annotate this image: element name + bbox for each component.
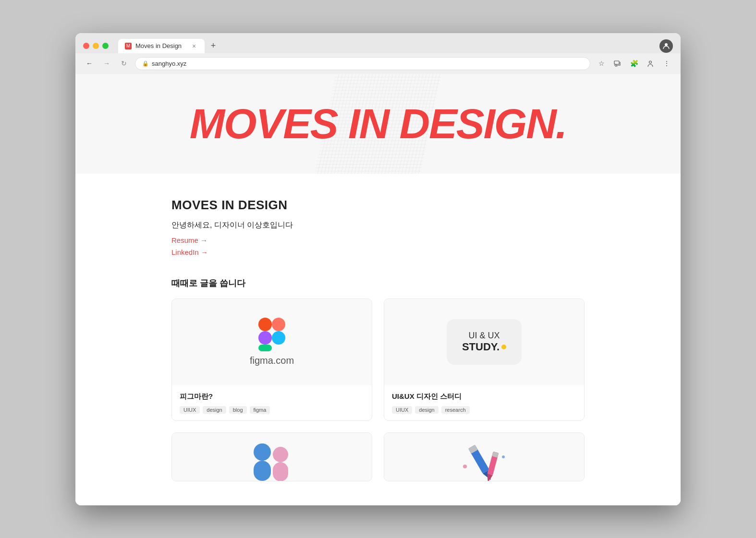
lock-icon: 🔒 (142, 60, 149, 67)
svg-rect-9 (254, 461, 271, 481)
address-bar[interactable]: 🔒 sanghyo.xyz (135, 57, 590, 70)
profile-button[interactable] (644, 57, 657, 70)
svg-rect-3 (258, 318, 272, 331)
section-title: MOVES IN DESIGN (171, 198, 585, 213)
tag-design: design (203, 406, 226, 414)
active-tab[interactable]: M Moves in Design × (118, 39, 205, 53)
card-uiux-tags: UIUX design research (392, 406, 576, 414)
resume-link-label: Resume → (171, 236, 207, 244)
back-icon: ← (86, 60, 93, 67)
tag-research: research (441, 406, 470, 414)
card-uiux-image: UI & UX STUDY. (384, 299, 584, 385)
tag-uiux-2: UIUX (392, 406, 412, 414)
svg-point-19 (502, 455, 505, 458)
forward-icon: → (103, 60, 110, 67)
card-partial-2[interactable] (384, 432, 585, 481)
cards-grid: figma.com 피그마란? UIUX design blog figma (171, 299, 585, 481)
svg-rect-1 (614, 61, 619, 64)
card-figma-tags: UIUX design blog figma (180, 406, 364, 414)
svg-point-8 (254, 443, 271, 461)
uiux-line1: UI & UX (462, 331, 506, 341)
svg-point-0 (665, 43, 668, 46)
resume-link[interactable]: Resume → (171, 236, 207, 244)
card-uiux-title: UI&UX 디자인 스터디 (392, 392, 576, 401)
tag-design-2: design (415, 406, 438, 414)
tab-favicon: M (125, 43, 132, 49)
svg-point-10 (273, 447, 288, 462)
tab-close-button[interactable]: × (190, 42, 198, 50)
card-partial-1[interactable] (171, 432, 372, 481)
tab-title: Moves in Design (135, 42, 182, 49)
intro-text: 안녕하세요, 디자이너 이상호입니다 (171, 220, 585, 230)
svg-point-2 (649, 61, 652, 63)
tag-uiux: UIUX (180, 406, 200, 414)
new-tab-button[interactable]: + (207, 39, 220, 53)
website-content: MOVES IN DESIGN. MOVES IN DESIGN 안녕하세요, … (75, 74, 681, 505)
svg-point-18 (463, 465, 467, 468)
figma-url-text: figma.com (250, 355, 294, 366)
link-list: Resume → LinkedIn → (171, 236, 585, 260)
maximize-button[interactable] (102, 43, 109, 49)
card-partial-2-illustration (451, 438, 518, 481)
main-content: MOVES IN DESIGN 안녕하세요, 디자이너 이상호입니다 Resum… (75, 174, 681, 505)
close-button[interactable] (83, 43, 89, 49)
traffic-lights (83, 43, 109, 49)
svg-rect-11 (273, 462, 288, 481)
browser-controls: M Moves in Design × + (83, 39, 673, 53)
card-partial-2-image (384, 433, 584, 481)
refresh-button[interactable]: ↻ (118, 57, 130, 70)
hero-title: MOVES IN DESIGN. (95, 103, 661, 145)
svg-rect-7 (258, 345, 272, 351)
browser-titlebar: M Moves in Design × + (75, 33, 681, 53)
minimize-button[interactable] (93, 43, 99, 49)
nav-actions: ☆ 🧩 ⋮ (595, 57, 673, 70)
card-figma-title: 피그마란? (180, 392, 364, 401)
back-button[interactable]: ← (83, 57, 96, 70)
card-figma[interactable]: figma.com 피그마란? UIUX design blog figma (171, 299, 372, 421)
cast-button[interactable] (611, 57, 624, 70)
figma-icon (258, 318, 285, 351)
card-partial-1-illustration (243, 438, 301, 481)
browser-window: M Moves in Design × + ← → ↻ 🔒 sanghyo.xy… (75, 33, 681, 505)
svg-rect-5 (258, 331, 272, 345)
yellow-dot (501, 345, 506, 349)
uiux-line2: STUDY. (462, 341, 506, 353)
card-figma-body: 피그마란? UIUX design blog figma (172, 385, 372, 420)
subsection-title: 때때로 글을 씁니다 (171, 277, 585, 289)
bookmark-button[interactable]: ☆ (595, 57, 608, 70)
refresh-icon: ↻ (121, 60, 127, 67)
card-uiux[interactable]: UI & UX STUDY. UI&UX 디자인 스터디 UIUX design… (384, 299, 585, 421)
forward-button[interactable]: → (100, 57, 113, 70)
linkedin-link[interactable]: LinkedIn → (171, 248, 208, 256)
tag-blog: blog (229, 406, 247, 414)
hero-section: MOVES IN DESIGN. (75, 74, 681, 174)
linkedin-link-label: LinkedIn → (171, 248, 208, 256)
figma-logo: figma.com (250, 318, 294, 366)
card-partial-1-image (172, 433, 372, 481)
tab-bar: M Moves in Design × + (118, 39, 654, 53)
menu-button[interactable]: ⋮ (660, 57, 673, 70)
url-display: sanghyo.xyz (152, 60, 186, 67)
card-figma-image: figma.com (172, 299, 372, 385)
svg-rect-4 (272, 318, 285, 331)
card-uiux-body: UI&UX 디자인 스터디 UIUX design research (384, 385, 584, 420)
svg-point-6 (272, 331, 285, 345)
browser-nav: ← → ↻ 🔒 sanghyo.xyz ☆ 🧩 ⋮ (75, 53, 681, 74)
profile-icon (659, 39, 673, 53)
uiux-badge: UI & UX STUDY. (447, 319, 522, 365)
tag-figma: figma (250, 406, 270, 414)
extensions-button[interactable]: 🧩 (628, 57, 640, 70)
